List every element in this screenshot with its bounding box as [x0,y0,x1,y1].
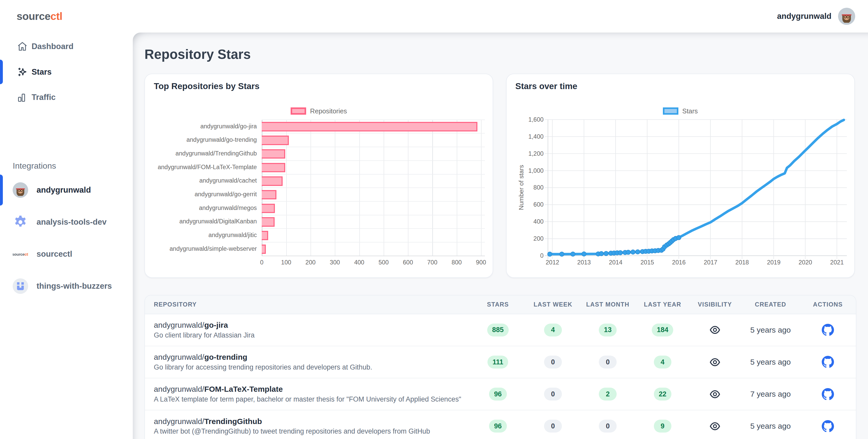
x-tick-label: 900 [476,259,486,266]
line-chart-plot [548,120,847,256]
sidebar-item-label: Stars [32,67,52,77]
x-tick-label: 400 [354,259,364,266]
bar-chart-icon [17,91,29,103]
bar-row: andygrunwald/go-jira [154,120,485,133]
data-point [618,250,623,255]
bar-chart-legend[interactable]: Repositories [145,107,493,115]
repo-description: A twitter bot (@TrendingGithub) to tweet… [154,428,469,435]
sidebar-item-traffic[interactable]: Traffic [0,85,133,110]
created-label: 5 years ago [741,422,800,431]
brand-logo[interactable]: sourcectl [17,10,62,23]
y-tick-label: 0 [540,252,544,259]
x-tick-label: 2016 [672,259,686,266]
created-label: 5 years ago [741,358,800,367]
bar-chart-plot: andygrunwald/go-jiraandygrunwald/go-tren… [154,120,485,256]
last-week-badge: 4 [544,323,562,337]
integration-item-label: sourcectl [36,249,72,259]
integration-item-label: analysis-tools-dev [36,217,106,227]
last-month-badge: 13 [599,323,617,337]
github-icon[interactable] [800,323,856,336]
integrations-list: andygrunwaldanalysis-tools-devsourcectls… [0,174,133,302]
column-header-last-year[interactable]: LAST YEAR [637,301,688,308]
bar-track [262,147,485,160]
table-row-TrendingGithub[interactable]: andygrunwald/TrendingGithubA twitter bot… [145,410,856,439]
eye-icon [689,356,741,368]
y-tick-label: 1,000 [528,167,544,174]
line-series [550,120,844,254]
x-tick-label: 500 [378,259,389,266]
repo-cell: andygrunwald/go-trendingGo library for a… [145,353,469,371]
x-tick-label: 2018 [736,259,749,266]
user-avatar-icon[interactable] [838,8,855,25]
bar-chart-x-axis [262,256,485,256]
data-point [571,252,575,256]
bar-track [262,187,485,201]
integration-item-analysis-tools-dev[interactable]: analysis-tools-dev [0,206,133,238]
bar [262,163,285,172]
column-header-created[interactable]: CREATED [741,301,800,308]
last-year-badge: 4 [654,355,672,369]
last-month-badge: 0 [599,420,617,433]
table-row-go-trending[interactable]: andygrunwald/go-trendingGo library for a… [145,346,856,378]
data-point [636,249,640,254]
bar-row: andygrunwald/go-trending [154,133,485,147]
user-menu[interactable]: andygrunwald [777,8,855,25]
integration-item-things-with-buzzers[interactable]: things-with-buzzers [0,270,133,302]
repo-owner: andygrunwald/ [154,417,204,426]
integration-item-sourcectl[interactable]: sourcectlsourcectl [0,238,133,270]
bar-row: andygrunwald/jitic [154,228,485,242]
sidebar-item-stars[interactable]: Stars [0,59,133,85]
eye-icon [689,388,741,400]
data-point [626,250,630,254]
last-month-badge: 2 [599,387,617,401]
last-year-badge: 184 [652,323,673,337]
github-icon[interactable] [800,355,856,368]
repo-name: go-trending [204,353,247,361]
x-tick-label: 2012 [546,259,559,266]
column-header-visibility[interactable]: VISIBILITY [689,301,741,308]
bar-track [262,228,485,242]
sidebar-item-label: Traffic [32,93,56,102]
x-tick-label: 2015 [641,259,654,266]
active-indicator [0,60,3,84]
last-week-badge: 0 [544,355,562,369]
data-point [677,235,681,240]
data-point [548,252,552,256]
github-icon[interactable] [800,420,856,433]
repo-name: go-jira [204,321,228,329]
y-tick-label: 1,200 [528,150,544,157]
bar [262,149,285,159]
bar-row: andygrunwald/megos [154,201,485,215]
bar-category-label: andygrunwald/megos [154,205,262,212]
sidebar-item-dashboard[interactable]: Dashboard [0,34,133,59]
bar [262,122,477,131]
bar-row: andygrunwald/cachet [154,174,485,188]
github-icon[interactable] [800,388,856,401]
line-legend-label: Stars [682,107,698,115]
repo-cell: andygrunwald/TrendingGithubA twitter bot… [145,417,469,435]
bar-track [262,160,485,174]
page-title: Repository Stars [145,46,857,62]
x-tick-label: 2014 [609,259,622,266]
table-row-go-jira[interactable]: andygrunwald/go-jiraGo client library fo… [145,314,856,346]
stars-badge: 111 [488,355,508,369]
line-chart-title: Stars over time [516,81,578,91]
table-header-row: REPOSITORYSTARSLAST WEEKLAST MONTHLAST Y… [145,295,856,314]
table-row-FOM-LaTeX-Template[interactable]: andygrunwald/FOM-LaTeX-TemplateA LaTeX t… [145,378,856,410]
x-tick-label: 2017 [704,259,717,266]
repo-name: TrendingGithub [204,417,262,426]
bar-track [262,201,485,215]
bar [262,231,268,240]
column-header-last-week[interactable]: LAST WEEK [527,301,579,308]
data-point [604,251,609,256]
integration-item-andygrunwald[interactable]: andygrunwald [0,174,133,206]
column-header-stars[interactable]: STARS [469,301,527,308]
x-tick-label: 2013 [578,259,591,266]
column-header-actions[interactable]: ACTIONS [800,301,856,308]
created-label: 5 years ago [741,326,800,335]
bar-category-label: andygrunwald/DigitalKanban [154,218,262,225]
bar-chart-card: Top Repositories by Stars Repositories a… [145,73,493,278]
column-header-repository[interactable]: REPOSITORY [145,301,469,308]
column-header-last-month[interactable]: LAST MONTH [579,301,637,308]
line-chart-legend[interactable]: Stars [506,107,854,115]
